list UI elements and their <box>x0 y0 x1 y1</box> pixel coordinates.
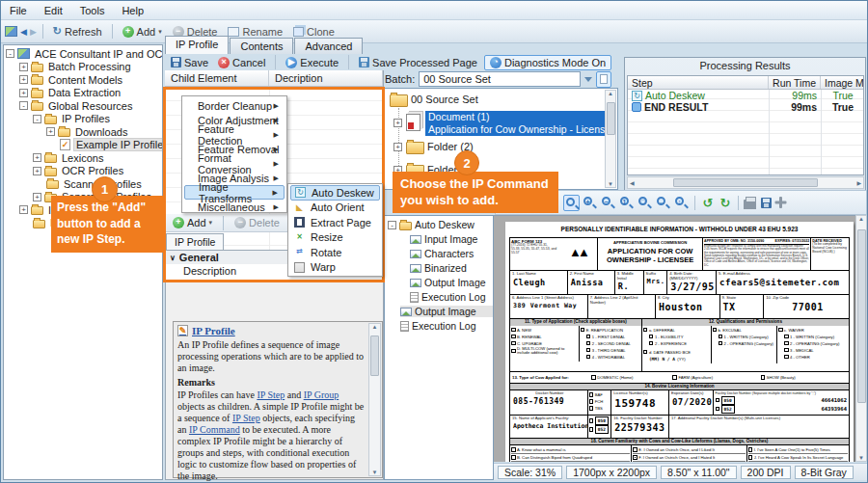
results-row[interactable]: ↻Auto Deskew 99ms True <box>628 90 863 101</box>
batch-select[interactable]: 00 Source Set <box>419 71 581 87</box>
print-icon[interactable] <box>744 200 756 209</box>
column-description[interactable]: Decription <box>269 70 383 86</box>
tree-item[interactable]: +Downloads <box>6 125 162 139</box>
batch-root-item[interactable]: 00 Source Set <box>390 91 478 107</box>
menu-item-rotate[interactable]: ⇄Rotate <box>290 245 380 260</box>
expander[interactable]: + <box>393 143 402 151</box>
show-page-button[interactable] <box>596 71 611 88</box>
menu-edit[interactable]: Edit <box>36 3 71 18</box>
batch-document-item[interactable]: Document (1) Application for Cow Ownersh… <box>425 111 605 136</box>
scroll-down-icon[interactable]: ▼ <box>858 455 864 461</box>
scroll-down-icon[interactable]: ▼ <box>372 470 378 475</box>
document-preview[interactable]: PERSONALLY IDENTIFIABLE INFORMATION - WI… <box>494 215 855 462</box>
tree-item-selected[interactable]: ✓Example IP Profile <box>6 139 162 152</box>
expander[interactable]: + <box>19 205 28 214</box>
scroll-up-icon[interactable]: ▲ <box>858 216 864 222</box>
menu-item-auto-orient[interactable]: ◣Auto Orient <box>290 201 380 216</box>
tree-item-root[interactable]: -ACE Consultant IP and OCR <box>6 47 162 61</box>
batch-tree-scrollbar[interactable]: ▲ ▼ <box>605 90 616 188</box>
scroll-left-icon[interactable]: ◀ <box>630 179 635 186</box>
expander[interactable]: + <box>33 153 41 162</box>
diag-item-auto-deskew[interactable]: -Auto Deskew <box>388 219 475 230</box>
menu-file[interactable]: File <box>1 3 36 18</box>
ip-command-link[interactable]: IP Command <box>189 424 240 435</box>
execute-button[interactable]: ▶Execute <box>283 57 341 68</box>
zoom-in-icon[interactable]: + <box>582 195 598 211</box>
tree-item[interactable]: +Batch Processing <box>6 61 162 74</box>
tree-item[interactable]: -Global Resources <box>6 99 162 113</box>
help-title-link[interactable]: ✎ IP Profile <box>177 325 365 336</box>
menu-item-format-conversion[interactable]: Format Conversion▶ <box>184 156 285 171</box>
tree-item[interactable]: -IP Profiles <box>6 113 162 126</box>
expander[interactable]: - <box>33 115 41 123</box>
expander[interactable]: + <box>393 119 402 127</box>
column-run-time[interactable]: Run Time <box>769 76 821 89</box>
menu-item-border-cleanup[interactable]: Border Cleanup▶ <box>184 98 285 113</box>
help-scrollbar[interactable]: ▲ ▼ <box>368 323 381 476</box>
tree-item[interactable]: +OCR Profiles <box>6 165 162 178</box>
ip-step-link[interactable]: IP Step <box>257 389 285 400</box>
diag-item[interactable]: Execution Log <box>410 291 486 303</box>
results-hscrollbar[interactable]: ◀ ▶ <box>627 176 864 189</box>
menu-item-miscellaneous[interactable]: Miscellaneous▶ <box>184 200 285 214</box>
column-image-modified[interactable]: Image Modified <box>821 76 864 89</box>
scroll-up-icon[interactable]: ▲ <box>608 91 613 96</box>
scroll-right-icon[interactable]: ▶ <box>856 179 861 186</box>
menu-help[interactable]: Help <box>113 3 152 18</box>
settings-icon[interactable] <box>773 196 787 209</box>
rotate-right-icon[interactable]: ↻ <box>718 195 733 211</box>
menu-tools[interactable]: Tools <box>71 3 114 18</box>
diag-item-selected[interactable]: Output Image <box>400 306 494 317</box>
diag-item[interactable]: Input Image <box>410 233 477 245</box>
forward-icon[interactable]: ▶ <box>30 27 37 37</box>
cancel-button[interactable]: ×Cancel <box>215 57 268 68</box>
zoom-fit-height-icon[interactable]: ↕ <box>673 195 690 211</box>
expander[interactable]: - <box>19 101 28 110</box>
expander[interactable]: - <box>6 49 14 58</box>
diag-item[interactable]: Characters <box>410 248 474 259</box>
menu-item-warp[interactable]: Warp <box>290 260 380 276</box>
tab-contents[interactable]: Contents <box>230 38 293 54</box>
zoom-actual-size-icon[interactable]: 1 <box>618 195 635 211</box>
diag-item[interactable]: Execution Log <box>400 320 476 332</box>
column-step[interactable]: Step <box>628 76 769 89</box>
menu-item-extract-page[interactable]: Extract Page <box>290 215 380 230</box>
expander[interactable]: + <box>46 127 55 136</box>
column-child-element[interactable]: Child Element <box>165 70 269 86</box>
expander[interactable]: + <box>19 89 28 97</box>
zoom-fit-page-icon[interactable]: □ <box>637 195 653 211</box>
preview-scrollbar[interactable]: ▲ ▼ <box>855 215 867 462</box>
tab-advanced[interactable]: Advanced <box>294 38 363 54</box>
diagnostics-mode-toggle[interactable]: ◔Diagnostics Mode On <box>484 55 611 70</box>
tree-item[interactable]: +Lexicons <box>6 151 162 165</box>
ip-step-link[interactable]: IP Step <box>232 413 260 423</box>
tree-item[interactable]: +Data Extraction <box>6 87 162 100</box>
expander[interactable]: + <box>19 63 28 71</box>
zoom-fit-width-icon[interactable]: ↔ <box>655 195 671 211</box>
save-processed-page-button[interactable]: Save Processed Page <box>356 57 480 68</box>
scroll-up-icon[interactable]: ▲ <box>372 324 378 330</box>
zoom-out-icon[interactable]: − <box>600 195 616 211</box>
menu-item-feature-detection[interactable]: Feature Detection▶ <box>184 127 285 142</box>
menu-item-auto-deskew[interactable]: ↻Auto Deskew <box>290 185 380 201</box>
zoom-select-icon[interactable] <box>563 195 580 211</box>
filter-icon[interactable] <box>584 77 592 82</box>
diag-item[interactable]: Output Image <box>410 277 486 288</box>
back-icon[interactable]: ◀ <box>20 27 27 37</box>
tab-ip-profile[interactable]: IP Profile <box>165 36 229 54</box>
tree-item[interactable]: Scanner Profiles <box>6 177 162 191</box>
save-image-icon[interactable] <box>761 198 772 208</box>
menu-item-image-transforms[interactable]: Image Transforms▶ <box>184 185 285 200</box>
menu-item-resize[interactable]: ×Resize <box>290 230 380 246</box>
expander[interactable]: + <box>33 193 41 201</box>
scroll-down-icon[interactable]: ▼ <box>608 181 613 187</box>
refresh-button[interactable]: ↻ Refresh <box>49 24 106 39</box>
expander[interactable]: + <box>33 167 41 175</box>
expander[interactable]: + <box>19 75 28 84</box>
diag-item[interactable]: Binarized <box>410 262 467 274</box>
results-row-end[interactable]: END RESULT 99ms True <box>628 101 863 113</box>
rotate-left-icon[interactable]: ↺ <box>700 195 716 211</box>
scroll-thumb[interactable] <box>673 178 818 187</box>
tree-item[interactable]: +Content Models <box>6 73 162 87</box>
scroll-thumb[interactable] <box>857 229 866 403</box>
